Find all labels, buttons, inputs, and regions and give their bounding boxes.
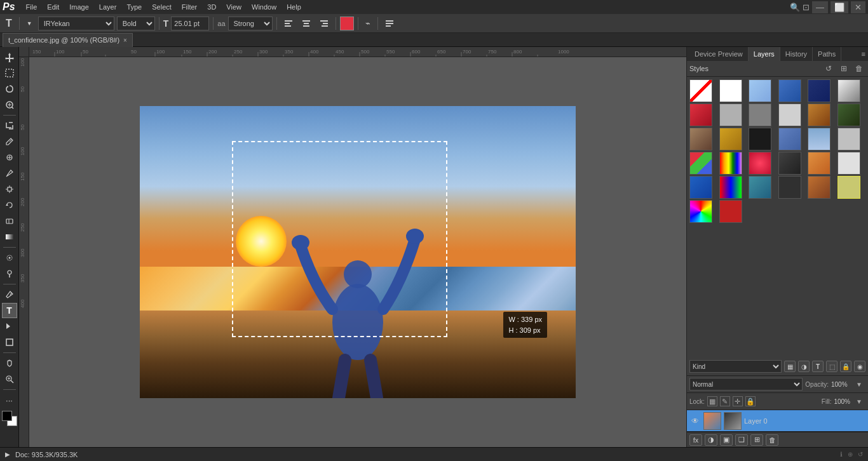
style-white[interactable]	[719, 79, 742, 102]
menu-view[interactable]: View	[222, 2, 246, 12]
add-mask-button[interactable]: ◑	[705, 434, 717, 446]
healing-brush-tool[interactable]	[2, 150, 17, 165]
blur-tool[interactable]	[2, 250, 17, 265]
zoom-tool[interactable]	[2, 371, 17, 387]
tab-close-button[interactable]: ×	[123, 37, 127, 44]
filter-shape-icon[interactable]: ⬚	[826, 361, 837, 372]
lock-image-button[interactable]: ✎	[720, 396, 730, 406]
style-grey3[interactable]	[778, 104, 801, 126]
align-right-button[interactable]	[316, 17, 332, 30]
filter-adjustment-icon[interactable]: ◑	[798, 361, 810, 372]
style-light-blue[interactable]	[749, 79, 771, 102]
shape-tool[interactable]	[2, 335, 17, 350]
blend-mode-select[interactable]: Normal	[689, 378, 803, 391]
warp-text-button[interactable]: ⌁	[362, 17, 374, 30]
style-golden[interactable]	[719, 128, 742, 150]
style-blue2[interactable]	[778, 128, 801, 150]
antialiasing-select[interactable]: Strong	[228, 17, 273, 30]
style-dark3[interactable]	[778, 176, 801, 199]
align-center-button[interactable]	[299, 17, 314, 30]
align-left-button[interactable]	[281, 17, 296, 30]
style-multi[interactable]	[689, 152, 712, 175]
style-red2[interactable]	[749, 152, 771, 175]
lock-transparent-button[interactable]: ▦	[707, 396, 717, 406]
hand-tool[interactable]	[2, 356, 17, 371]
tab-device-preview[interactable]: Device Preview	[689, 47, 749, 61]
styles-delete-button[interactable]: 🗑	[853, 62, 865, 75]
style-gradient1[interactable]	[837, 79, 860, 102]
style-multi2[interactable]	[719, 176, 742, 199]
clone-stamp-tool[interactable]	[2, 182, 17, 197]
filter-smart-icon[interactable]: 🔒	[840, 361, 851, 372]
styles-reset-button[interactable]: ↺	[822, 62, 835, 75]
more-tools-button[interactable]: ···	[2, 392, 17, 408]
style-gradient2[interactable]	[808, 104, 831, 126]
style-red[interactable]	[689, 104, 712, 126]
style-green[interactable]	[837, 104, 860, 126]
search-icon[interactable]: 🔍	[790, 3, 800, 12]
style-selected[interactable]	[837, 176, 860, 199]
style-none[interactable]	[689, 79, 712, 102]
style-dark[interactable]	[749, 128, 771, 150]
close-icon[interactable]: ✕	[851, 1, 865, 13]
gradient-tool[interactable]	[2, 229, 17, 244]
panel-menu-button[interactable]: ≡	[862, 50, 865, 58]
menu-edit[interactable]: Edit	[43, 2, 64, 12]
style-grey2[interactable]	[749, 104, 771, 126]
delete-layer-button[interactable]: 🗑	[766, 434, 778, 446]
style-warm2[interactable]	[808, 176, 831, 199]
eyedropper-tool[interactable]	[2, 134, 17, 149]
menu-help[interactable]: Help	[282, 2, 306, 12]
history-brush-tool[interactable]	[2, 197, 17, 213]
canvas-viewport[interactable]: W : 339 px H : 309 px	[29, 57, 686, 447]
layer-kind-select[interactable]: Kind	[689, 360, 782, 373]
styles-add-button[interactable]: ⊞	[837, 62, 850, 75]
menu-image[interactable]: Image	[65, 2, 93, 12]
filter-pixel-icon[interactable]: ▦	[784, 361, 796, 372]
style-blue3[interactable]	[689, 176, 712, 199]
style-grey1[interactable]	[719, 104, 742, 126]
style-light[interactable]	[837, 152, 860, 175]
new-fill-layer-button[interactable]: ▣	[720, 434, 733, 446]
filter-effects-icon[interactable]: ◉	[854, 361, 865, 372]
new-group-button[interactable]: ❑	[735, 434, 748, 446]
fill-options-icon[interactable]: ▼	[853, 395, 865, 408]
lock-all-button[interactable]: 🔒	[745, 396, 756, 406]
style-multi3[interactable]	[689, 200, 712, 223]
menu-select[interactable]: Select	[147, 2, 176, 12]
font-family-dropdown-arrow[interactable]: ▼	[24, 17, 36, 30]
filter-type-icon[interactable]: T	[812, 361, 824, 372]
style-blue[interactable]	[778, 79, 801, 102]
type-tool-icon[interactable]: T	[3, 17, 15, 30]
font-family-select[interactable]: IRYekan	[38, 17, 114, 30]
tab-layers[interactable]: Layers	[749, 47, 780, 61]
style-dark-blue[interactable]	[808, 79, 831, 102]
add-layer-style-button[interactable]: fx	[689, 434, 702, 446]
tab-history[interactable]: History	[780, 47, 813, 61]
menu-3d[interactable]: 3D	[203, 2, 220, 12]
style-red3[interactable]	[719, 200, 742, 223]
document-tab[interactable]: t_confidence.jpg @ 100% (RGB/8#) ×	[3, 33, 133, 47]
restore-icon[interactable]: ⬜	[831, 1, 848, 13]
lock-position-button[interactable]: ✛	[733, 396, 743, 406]
character-paragraph-button[interactable]	[382, 17, 397, 30]
quick-select-tool[interactable]	[2, 97, 17, 112]
style-dark2[interactable]	[778, 152, 801, 175]
layer-visibility-toggle[interactable]: 👁	[689, 415, 701, 427]
path-select-tool[interactable]	[2, 319, 17, 334]
menu-file[interactable]: File	[22, 2, 42, 12]
menu-window[interactable]: Window	[247, 2, 281, 12]
new-layer-button[interactable]: ⊞	[750, 434, 763, 446]
lasso-tool[interactable]	[2, 81, 17, 97]
layer-item-0[interactable]: 👁 Layer 0	[687, 410, 868, 432]
pen-tool[interactable]	[2, 287, 17, 302]
dodge-tool[interactable]	[2, 266, 17, 281]
font-style-select[interactable]: Bold	[117, 17, 155, 30]
tab-paths[interactable]: Paths	[813, 47, 841, 61]
opacity-options-icon[interactable]: ▼	[853, 378, 865, 391]
foreground-color-swatch[interactable]	[2, 411, 12, 421]
move-tool[interactable]	[2, 50, 17, 65]
style-sky[interactable]	[808, 128, 831, 150]
crop-tool[interactable]	[2, 118, 17, 133]
brush-tool[interactable]	[2, 166, 17, 181]
